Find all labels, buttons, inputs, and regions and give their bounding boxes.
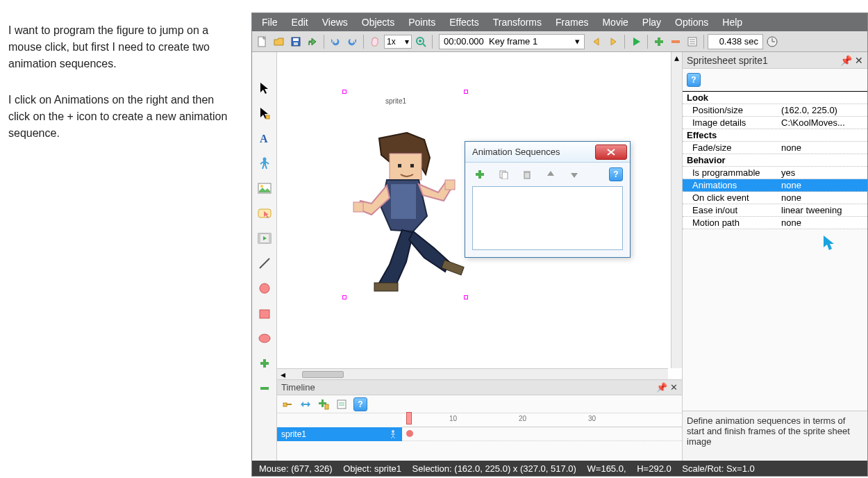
menu-edit[interactable]: Edit [285, 15, 315, 30]
dialog-close-button[interactable] [595, 145, 627, 160]
duration-display[interactable]: 0.438 sec [708, 34, 763, 49]
menu-views[interactable]: Views [315, 15, 355, 30]
prop-row-animations[interactable]: Animationsnone [683, 179, 867, 192]
timeline-help-button[interactable]: ? [353, 397, 367, 411]
timeline-addframe-icon[interactable] [317, 398, 330, 411]
selection-handle[interactable] [342, 90, 347, 94]
timeline-notes-icon[interactable] [335, 398, 348, 411]
text-tool[interactable]: A [256, 130, 273, 147]
menu-file[interactable]: File [255, 15, 285, 30]
play-button[interactable] [628, 34, 644, 49]
menu-objects[interactable]: Objects [355, 15, 401, 30]
svg-rect-31 [269, 233, 271, 243]
prop-row-image-details[interactable]: Image detailsC:\KoolMoves... [683, 117, 867, 129]
panel-help-button[interactable]: ? [687, 73, 701, 87]
add-frame-button[interactable] [651, 34, 667, 49]
panel-close-icon[interactable]: ✕ [855, 55, 863, 66]
undo-button[interactable] [328, 34, 343, 49]
prop-row-ease-in-out[interactable]: Ease in/outlinear tweening [683, 204, 867, 217]
app-window: File Edit Views Objects Points Effects T… [251, 13, 868, 477]
clock-icon[interactable] [765, 34, 780, 49]
minus-tool[interactable] [256, 380, 273, 397]
export-button[interactable] [305, 34, 320, 49]
svg-rect-53 [524, 172, 530, 179]
svg-rect-30 [258, 233, 260, 243]
svg-rect-52 [502, 172, 508, 179]
status-h: H=292.0 [637, 463, 671, 474]
frame-list-button[interactable] [685, 34, 700, 49]
frame-display[interactable]: 00:00.000 Key frame 1▾ [439, 34, 585, 49]
status-w: W=165.0, [587, 463, 626, 474]
panel-pin-icon[interactable]: 📌 [840, 55, 852, 66]
menu-transforms[interactable]: Transforms [486, 15, 549, 30]
dialog-up-button[interactable] [543, 167, 558, 182]
timeline-close-icon[interactable]: ✕ [670, 382, 678, 393]
menu-options[interactable]: Options [668, 15, 715, 30]
line-tool[interactable] [256, 255, 273, 272]
svg-rect-21 [263, 160, 266, 165]
oval-fill-tool[interactable] [256, 330, 273, 347]
menu-play[interactable]: Play [635, 15, 668, 30]
instructions-p1: I want to program the figure to jump on … [8, 22, 237, 72]
dialog-down-button[interactable] [567, 167, 582, 182]
dialog-help-button[interactable]: ? [609, 167, 623, 181]
pointer-tool[interactable] [256, 80, 273, 97]
movie-tool[interactable] [256, 230, 273, 247]
svg-point-27 [260, 185, 263, 188]
hand-tool-button[interactable] [367, 34, 383, 49]
timeline-row-sprite1[interactable]: sprite1 [277, 427, 402, 441]
open-file-button[interactable] [272, 34, 287, 49]
menu-effects[interactable]: Effects [442, 15, 486, 30]
zoom-level-select[interactable]: 1x▾ [384, 35, 412, 49]
sprite-figure[interactable] [341, 126, 466, 299]
figure-tool[interactable] [256, 155, 273, 172]
timeline-hstretch-icon[interactable] [299, 398, 312, 411]
dialog-delete-button[interactable] [519, 167, 535, 182]
next-frame-button[interactable] [606, 34, 621, 49]
status-object: Object: sprite1 [343, 463, 401, 474]
instructions-text: I want to program the figure to jump on … [8, 22, 237, 161]
menubar: File Edit Views Objects Points Effects T… [252, 13, 867, 31]
prop-row-motion-path[interactable]: Motion pathnone [683, 217, 867, 229]
menu-movie[interactable]: Movie [595, 15, 635, 30]
button-tool[interactable] [256, 205, 273, 222]
remove-frame-button[interactable] [668, 34, 683, 49]
svg-line-23 [266, 162, 269, 164]
svg-text:A: A [260, 133, 268, 145]
canvas-hscroll[interactable]: ◂ [277, 368, 668, 379]
dialog-list[interactable] [472, 186, 623, 250]
dialog-add-button[interactable] [472, 167, 487, 182]
prop-row-fade-size[interactable]: Fade/sizenone [683, 142, 867, 154]
dialog-copy-button[interactable] [496, 167, 511, 182]
timeline-key-icon[interactable] [281, 398, 294, 411]
canvas-area[interactable]: sprite1 [277, 52, 682, 380]
ellipse-tool[interactable] [256, 280, 273, 297]
status-scale: Scale/Rot: Sx=1.0 [682, 463, 754, 474]
canvas-vscroll[interactable]: ▴ [671, 52, 682, 368]
timeline-ruler[interactable]: 10 20 30 [402, 413, 682, 427]
zoom-in-button[interactable] [413, 34, 428, 49]
plus-tool[interactable] [256, 355, 273, 372]
svg-point-33 [260, 283, 269, 293]
svg-line-32 [260, 258, 269, 268]
new-file-button[interactable] [255, 34, 270, 49]
redo-button[interactable] [344, 34, 360, 49]
save-button[interactable] [288, 34, 303, 49]
timeline-pin-icon[interactable]: 📌 [656, 382, 667, 393]
prop-group-behavior: Behavior [683, 154, 867, 167]
svg-point-20 [262, 158, 266, 161]
menu-frames[interactable]: Frames [549, 15, 595, 30]
image-tool[interactable] [256, 180, 273, 197]
selection-handle[interactable] [464, 90, 468, 94]
prop-row-on-click-event[interactable]: On click eventnone [683, 192, 867, 204]
menu-points[interactable]: Points [401, 15, 442, 30]
svg-point-35 [259, 334, 270, 343]
prev-frame-button[interactable] [589, 34, 604, 49]
svg-rect-18 [266, 115, 269, 119]
prop-row-is-programmable[interactable]: Is programmableyes [683, 167, 867, 179]
menu-help[interactable]: Help [715, 15, 749, 30]
svg-rect-44 [353, 202, 363, 212]
subselect-tool[interactable] [256, 105, 273, 122]
rect-tool[interactable] [256, 305, 273, 322]
prop-row-position-size[interactable]: Position/size(162.0, 225.0) [683, 104, 867, 117]
